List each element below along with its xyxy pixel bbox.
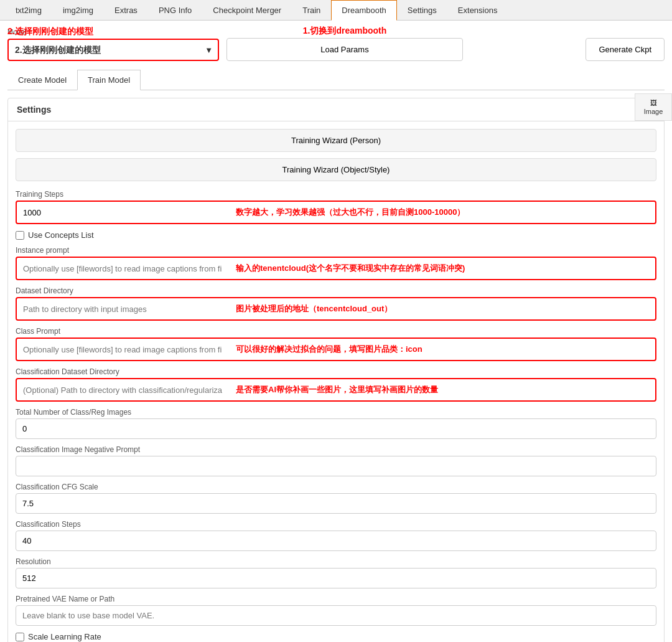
training-steps-input[interactable] [17, 203, 228, 222]
use-concepts-row: Use Concepts List [16, 230, 656, 240]
generate-ckpt-button[interactable]: Generate Ckpt [586, 38, 665, 61]
resolution-label: Resolution [16, 557, 656, 566]
nav-tab-img2img[interactable]: img2img [52, 0, 104, 21]
load-params-annotation: 1.切换到dreambooth [303, 26, 387, 37]
class-image-neg-prompt-input[interactable] [16, 456, 656, 476]
classification-steps-group: Classification Steps [16, 520, 656, 551]
training-steps-row: 数字越大，学习效果越强（过大也不行，目前自测1000-10000） [16, 201, 656, 224]
classification-dataset-label: Classification Dataset Directory [16, 367, 656, 376]
classification-cfg-input[interactable] [16, 493, 656, 514]
classification-dataset-annotation: 是否需要AI帮你补画一些图片，这里填写补画图片的数量 [228, 379, 655, 400]
main-content: Model 2.选择刚刚创建的模型 2.选择刚刚创建的模型 ▼ 1.切换到dre… [0, 21, 672, 642]
instance-prompt-group: Instance prompt 输入的tenentcloud(这个名字不要和现实… [16, 246, 656, 280]
pretrained-vae-label: Pretrained VAE Name or Path [16, 595, 656, 603]
nav-tab-train[interactable]: Train [292, 0, 331, 21]
wizard-object-button[interactable]: Training Wizard (Object/Style) [16, 158, 656, 181]
image-panel-label: Image [644, 108, 663, 115]
load-params-wrapper: 1.切换到dreambooth Load Params [226, 38, 463, 61]
total-class-reg-input[interactable] [16, 418, 656, 439]
settings-body: Training Wizard (Person) Training Wizard… [8, 121, 664, 642]
nav-tab-settings[interactable]: Settings [397, 0, 447, 21]
classification-cfg-group: Classification CFG Scale [16, 483, 656, 514]
class-image-neg-prompt-label: Classification Image Negative Prompt [16, 445, 656, 454]
dataset-directory-group: Dataset Directory 图片被处理后的地址（tencentcloud… [16, 286, 656, 321]
wizard-person-button[interactable]: Training Wizard (Person) [16, 129, 656, 152]
nav-tab-extensions[interactable]: Extensions [447, 0, 508, 21]
model-row: 2.选择刚刚创建的模型 2.选择刚刚创建的模型 ▼ 1.切换到dreamboot… [7, 38, 665, 61]
training-steps-group: Training Steps 数字越大，学习效果越强（过大也不行，目前自测100… [16, 190, 656, 224]
nav-tab-png-info[interactable]: PNG Info [148, 0, 202, 21]
classification-cfg-label: Classification CFG Scale [16, 483, 656, 491]
nav-tab-extras[interactable]: Extras [104, 0, 148, 21]
load-params-button[interactable]: Load Params [226, 38, 463, 61]
settings-header: Settings ▼ [8, 98, 664, 121]
model-select-wrapper: 2.选择刚刚创建的模型 ▼ [7, 39, 219, 61]
image-panel-icon: 🖼 [640, 99, 666, 106]
pretrained-vae-input[interactable] [16, 605, 656, 626]
tab-train-model[interactable]: Train Model [77, 70, 141, 90]
resolution-group: Resolution [16, 557, 656, 588]
pretrained-vae-group: Pretrained VAE Name or Path [16, 595, 656, 626]
class-prompt-group: Class Prompt 可以很好的解决过拟合的问题，填写图片品类：icon [16, 327, 656, 361]
nav-tab-dreambooth[interactable]: Dreambooth [331, 0, 397, 21]
model-annotation: 2.选择刚刚创建的模型 [7, 26, 93, 37]
dataset-directory-label: Dataset Directory [16, 286, 656, 295]
dataset-directory-annotation: 图片被处理后的地址（tencentcloud_out） [228, 298, 655, 319]
training-steps-label: Training Steps [16, 190, 656, 199]
nav-tab-checkpoint-merger[interactable]: Checkpoint Merger [202, 0, 292, 21]
total-class-reg-group: Total Number of Class/Reg Images [16, 408, 656, 439]
class-prompt-row: 可以很好的解决过拟合的问题，填写图片品类：icon [16, 338, 656, 361]
instance-prompt-label: Instance prompt [16, 246, 656, 255]
class-image-neg-prompt-group: Classification Image Negative Prompt [16, 445, 656, 476]
scale-learning-rate-checkbox[interactable] [16, 633, 24, 641]
classification-steps-input[interactable] [16, 531, 656, 551]
scale-learning-rate-row: Scale Learning Rate [16, 632, 656, 641]
settings-title: Settings [17, 105, 51, 115]
tab-create-model[interactable]: Create Model [7, 70, 77, 90]
image-panel: 🖼 Image [635, 93, 672, 121]
scale-learning-rate-label: Scale Learning Rate [28, 632, 101, 641]
training-steps-annotation: 数字越大，学习效果越强（过大也不行，目前自测1000-10000） [228, 202, 655, 223]
classification-dataset-input[interactable] [17, 380, 228, 400]
top-navigation: txt2img img2img Extras PNG Info Checkpoi… [0, 0, 672, 21]
instance-prompt-row: 输入的tenentcloud(这个名字不要和现实中存在的常见词语冲突) [16, 257, 656, 280]
classification-dataset-row: 是否需要AI帮你补画一些图片，这里填写补画图片的数量 [16, 378, 656, 402]
model-select[interactable]: 2.选择刚刚创建的模型 [7, 39, 219, 61]
dataset-directory-input[interactable] [17, 300, 228, 319]
resolution-input[interactable] [16, 568, 656, 588]
settings-panel: Settings ▼ Training Wizard (Person) Trai… [7, 98, 665, 642]
classification-steps-label: Classification Steps [16, 520, 656, 529]
use-concepts-checkbox[interactable] [16, 231, 24, 240]
class-prompt-label: Class Prompt [16, 327, 656, 336]
class-prompt-input[interactable] [17, 340, 228, 359]
total-class-reg-label: Total Number of Class/Reg Images [16, 408, 656, 417]
classification-dataset-group: Classification Dataset Directory 是否需要AI帮… [16, 367, 656, 402]
instance-prompt-input[interactable] [17, 259, 228, 278]
dataset-directory-row: 图片被处理后的地址（tencentcloud_out） [16, 297, 656, 321]
use-concepts-label: Use Concepts List [28, 230, 94, 240]
nav-tab-txt2img[interactable]: txt2img [5, 0, 52, 21]
model-select-container: 2.选择刚刚创建的模型 2.选择刚刚创建的模型 ▼ [7, 39, 219, 61]
class-prompt-annotation: 可以很好的解决过拟合的问题，填写图片品类：icon [228, 339, 655, 360]
main-tabs: Create Model Train Model [7, 70, 665, 90]
instance-prompt-annotation: 输入的tenentcloud(这个名字不要和现实中存在的常见词语冲突) [228, 258, 655, 279]
